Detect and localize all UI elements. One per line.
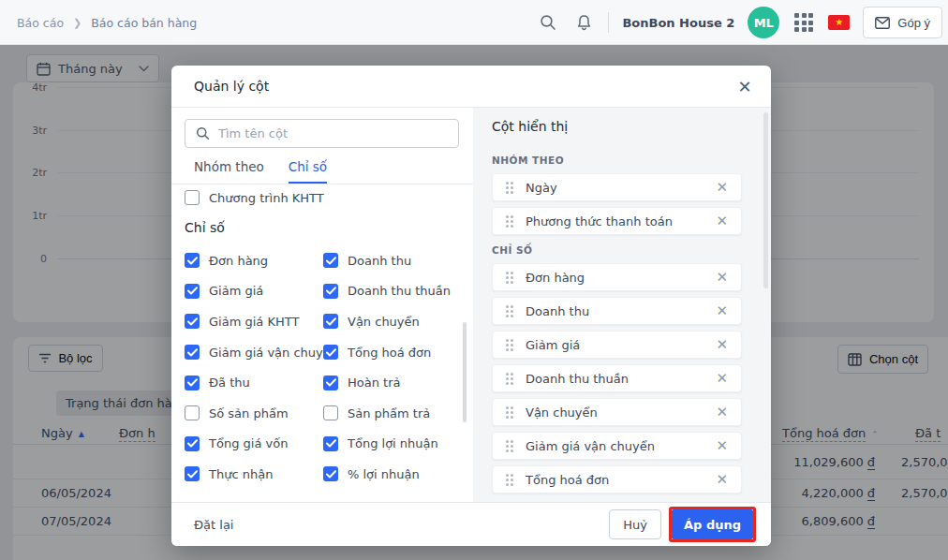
remove-column-icon[interactable]: ✕	[712, 211, 732, 231]
checkbox-checked-icon	[323, 466, 338, 481]
checkbox-item[interactable]: Tổng giá vốn	[185, 436, 323, 451]
checkbox-item[interactable]: Tổng hoá đơn	[323, 345, 464, 360]
checkbox-label: Giảm giá vận chuyển	[209, 346, 338, 360]
checkbox-item[interactable]: Vận chuyển	[323, 314, 464, 329]
checkbox-unchecked-icon	[323, 405, 338, 420]
visible-column-pill[interactable]: Đơn hàng✕	[492, 263, 742, 291]
drag-handle-icon[interactable]	[506, 339, 513, 351]
checkbox-label: Giảm giá KHTT	[209, 315, 299, 329]
checkbox-checked-icon	[323, 284, 338, 299]
manage-columns-modal: Quản lý cột ✕ Nhóm theoChỉ số Chương trì…	[171, 66, 771, 546]
checkbox-item[interactable]: Doanh thu thuần	[323, 284, 464, 299]
close-icon[interactable]: ✕	[732, 73, 758, 99]
column-group-label: NHÓM THEO	[492, 155, 745, 166]
checkbox-checked-icon	[323, 376, 338, 391]
language-flag-icon[interactable]: ★	[828, 15, 850, 30]
notification-bell-icon[interactable]	[572, 11, 595, 34]
checkbox-checked-icon	[185, 436, 200, 451]
remove-column-icon[interactable]: ✕	[712, 402, 732, 422]
checkbox-label: Sản phẩm trả	[348, 406, 430, 420]
breadcrumb-separator-icon: ❯	[73, 17, 81, 29]
checkbox-checked-icon	[323, 314, 338, 329]
checkbox-label: Chương trình KHTT	[209, 191, 324, 205]
checkbox-unchecked-icon	[185, 405, 200, 420]
drag-handle-icon[interactable]	[506, 474, 513, 486]
reset-button[interactable]: Đặt lại	[194, 518, 233, 532]
breadcrumb-report[interactable]: Báo cáo	[17, 16, 64, 30]
checkbox-item[interactable]: % lợi nhuận	[323, 466, 464, 481]
remove-column-icon[interactable]: ✕	[712, 267, 732, 287]
store-name[interactable]: BonBon House 2	[622, 16, 734, 30]
checkbox-item[interactable]: Chương trình KHTT	[185, 190, 324, 205]
remove-column-icon[interactable]: ✕	[712, 368, 732, 389]
checkbox-label: Đã thu	[209, 376, 250, 390]
search-icon[interactable]	[537, 11, 559, 34]
visible-column-label: Vận chuyển	[526, 405, 598, 420]
checkbox-item[interactable]: Doanh thu	[323, 253, 464, 268]
envelope-icon	[875, 17, 890, 29]
remove-column-icon[interactable]: ✕	[712, 435, 732, 456]
drag-handle-icon[interactable]	[506, 373, 513, 385]
checkbox-item[interactable]: Số sản phẩm	[185, 405, 323, 420]
visible-column-pill[interactable]: Giảm giá✕	[492, 331, 742, 359]
visible-columns-title: Cột hiển thị	[492, 119, 568, 134]
checkbox-checked-icon	[185, 466, 200, 481]
visible-column-pill[interactable]: Doanh thu✕	[492, 297, 742, 325]
visible-column-label: Giảm giá	[526, 338, 580, 352]
checkbox-label: Doanh thu thuần	[348, 284, 451, 298]
checklist-scrollbar[interactable]	[463, 322, 467, 422]
tab-inactive[interactable]: Nhóm theo	[194, 159, 264, 184]
visible-column-label: Phương thức thanh toán	[526, 214, 673, 228]
breadcrumb-sales-report[interactable]: Báo cáo bán hàng	[91, 16, 197, 30]
drag-handle-icon[interactable]	[506, 305, 513, 317]
checkbox-checked-icon	[185, 284, 200, 299]
visible-column-pill[interactable]: Doanh thu thuần✕	[492, 364, 742, 392]
checkbox-checked-icon	[185, 314, 200, 329]
feedback-label: Góp ý	[897, 16, 930, 30]
checkbox-label: Tổng hoá đơn	[348, 346, 431, 360]
checkbox-item[interactable]: Hoàn trả	[323, 376, 464, 391]
remove-column-icon[interactable]: ✕	[712, 301, 732, 321]
checkbox-item[interactable]: Sản phẩm trả	[323, 405, 464, 420]
visible-columns-scrollbar[interactable]	[763, 112, 768, 288]
top-bar: Báo cáo ❯ Báo cáo bán hàng BonBon House …	[0, 0, 948, 45]
checkbox-checked-icon	[185, 345, 200, 360]
visible-column-pill[interactable]: Vận chuyển✕	[492, 398, 742, 426]
remove-column-icon[interactable]: ✕	[712, 177, 732, 198]
checkbox-item[interactable]: Giảm giá	[185, 284, 323, 299]
checkbox-label: Doanh thu	[348, 254, 411, 268]
drag-handle-icon[interactable]	[506, 272, 513, 284]
modal-footer: Đặt lại Huỷ Áp dụng	[171, 502, 771, 546]
checkbox-checked-icon	[323, 436, 338, 451]
checkbox-item[interactable]: Thực nhận	[185, 466, 323, 481]
checkbox-item[interactable]: Đã thu	[185, 376, 323, 391]
feedback-button[interactable]: Góp ý	[863, 7, 942, 38]
search-icon	[196, 126, 210, 140]
drag-handle-icon[interactable]	[506, 440, 513, 452]
drag-handle-icon[interactable]	[506, 182, 513, 194]
cancel-button[interactable]: Huỷ	[609, 509, 661, 539]
apply-button[interactable]: Áp dụng	[672, 509, 753, 539]
drag-handle-icon[interactable]	[506, 406, 513, 419]
checkbox-checked-icon	[185, 253, 200, 268]
checkbox-checked-icon	[323, 253, 338, 268]
checkbox-checked-icon	[323, 345, 338, 360]
apps-grid-icon[interactable]	[792, 11, 815, 34]
drag-handle-icon[interactable]	[506, 215, 513, 228]
avatar[interactable]: ML	[748, 7, 779, 38]
column-search-input[interactable]	[218, 126, 434, 140]
checkbox-item[interactable]: Giảm giá vận chuyển	[185, 345, 323, 360]
visible-column-pill[interactable]: Giảm giá vận chuyển✕	[492, 432, 742, 460]
remove-column-icon[interactable]: ✕	[712, 469, 732, 490]
checkbox-item[interactable]: Giảm giá KHTT	[185, 314, 323, 329]
checkbox-item[interactable]: Tổng lợi nhuận	[323, 436, 464, 451]
tab-active[interactable]: Chỉ số	[289, 159, 327, 184]
screen: Báo cáo ❯ Báo cáo bán hàng BonBon House …	[0, 0, 948, 560]
visible-column-label: Ngày	[526, 181, 557, 195]
visible-column-pill[interactable]: Phương thức thanh toán✕	[492, 207, 742, 235]
visible-column-pill[interactable]: Ngày✕	[492, 173, 742, 201]
column-group-label: CHỈ SỐ	[492, 244, 745, 256]
remove-column-icon[interactable]: ✕	[712, 334, 732, 355]
visible-column-pill[interactable]: Tổng hoá đơn✕	[492, 465, 742, 494]
checkbox-item[interactable]: Đơn hàng	[185, 253, 323, 268]
